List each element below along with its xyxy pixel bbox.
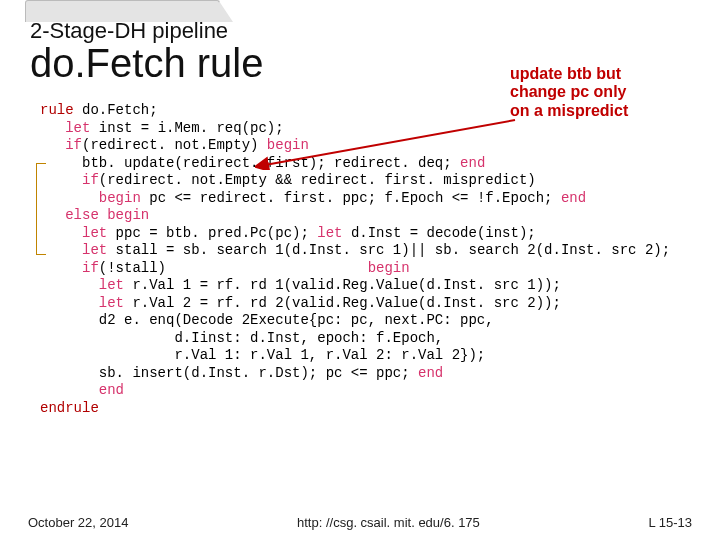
kw-let: let [40, 225, 107, 241]
kw-let: let [40, 120, 90, 136]
kw-if: if [40, 172, 99, 188]
kw-if: if [40, 260, 99, 276]
footer: October 22, 2014 http: //csg. csail. mit… [0, 515, 720, 530]
footer-slide-number: L 15-13 [648, 515, 692, 530]
kw-end: end [460, 155, 485, 171]
code-block: rule do.Fetch; let inst = i.Mem. req(pc)… [40, 102, 690, 417]
kw-let: let [317, 225, 342, 241]
annotation: update btb but change pc only on a mispr… [510, 65, 680, 120]
kw-end: end [561, 190, 586, 206]
kw-rule: rule [40, 102, 74, 118]
kw-else-begin: else begin [40, 207, 149, 223]
kw-let: let [40, 277, 124, 293]
kw-end: end [40, 382, 124, 398]
annotation-line: change pc only [510, 83, 626, 100]
kw-let: let [40, 242, 107, 258]
footer-url: http: //csg. csail. mit. edu/6. 175 [297, 515, 480, 530]
annotation-line: update btb but [510, 65, 621, 82]
kw-begin: begin [368, 260, 410, 276]
annotation-line: on a mispredict [510, 102, 628, 119]
kw-let: let [40, 295, 124, 311]
kw-begin: begin [40, 190, 141, 206]
footer-date: October 22, 2014 [28, 515, 128, 530]
kw-if: if [40, 137, 82, 153]
kw-end: end [418, 365, 443, 381]
kw-endrule: endrule [40, 400, 99, 416]
kw-begin: begin [267, 137, 309, 153]
slide: 2-Stage-DH pipeline do.Fetch rule update… [0, 0, 720, 540]
slide-tab [25, 0, 220, 22]
code-bracket-icon [36, 163, 46, 255]
